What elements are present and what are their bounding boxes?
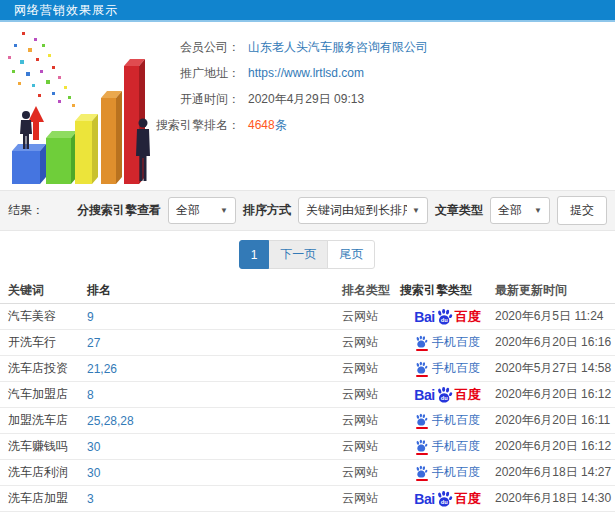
updated-cell: 2020年6月20日 16:12 <box>495 386 615 403</box>
search-engine-cell: Bai du 百度 <box>400 412 495 429</box>
rank-cell[interactable]: 30 <box>87 466 342 480</box>
engine-filter-select[interactable]: 全部 ▼ <box>168 197 236 224</box>
submit-button[interactable]: 提交 <box>557 196 607 225</box>
table-row: 洗车赚钱吗 30 云网站 Bai du 百度 <box>0 434 615 460</box>
mobile-baidu-paw-icon <box>415 361 428 377</box>
rank-cell[interactable]: 21,26 <box>87 362 342 376</box>
last-page-button[interactable]: 尾页 <box>327 240 375 269</box>
baidu-paw-icon: du <box>436 386 453 403</box>
sort-select[interactable]: 关键词由短到长排序 ▼ <box>298 197 428 224</box>
table-header-row: 关键词 排名 排名类型 搜索引擎类型 最新更新时间 <box>0 278 615 304</box>
search-engine-cell: Bai du 百度 <box>400 360 495 377</box>
table-row: 加盟洗车店 25,28,28 云网站 Bai du 百度 <box>0 408 615 434</box>
results-table: 关键词 排名 排名类型 搜索引擎类型 最新更新时间 汽车美容 9 云网站 Bai… <box>0 278 615 512</box>
engine-filter-label: 分搜索引擎查看 <box>77 202 161 219</box>
keyword-cell: 洗车店投资 <box>0 360 87 377</box>
page-button-1[interactable]: 1 <box>239 240 270 269</box>
article-type-label: 文章类型 <box>435 202 483 219</box>
keyword-cell: 开洗车行 <box>0 334 87 351</box>
open-time-value: 2020年4月29日 09:13 <box>248 91 364 108</box>
table-row: 开洗车行 27 云网站 Bai du 百度 <box>0 330 615 356</box>
filter-group: 分搜索引擎查看 全部 ▼ 排序方式 关键词由短到长排序 ▼ 文章类型 全部 ▼ … <box>77 196 607 225</box>
rank-type-cell: 云网站 <box>342 464 400 481</box>
rank-cell[interactable]: 8 <box>87 388 342 402</box>
keyword-cell: 汽车美容 <box>0 308 87 325</box>
page-title: 网络营销效果展示 <box>14 2 118 19</box>
pagination: 1 下一页 尾页 <box>240 240 376 269</box>
mobile-baidu-underline <box>416 479 428 481</box>
rank-cell[interactable]: 27 <box>87 336 342 350</box>
header-rank: 排名 <box>87 282 342 299</box>
updated-cell: 2020年6月20日 16:11 <box>495 412 615 429</box>
result-label: 结果： <box>8 202 44 219</box>
businessman-left <box>20 111 32 149</box>
mobile-baidu-underline <box>416 427 428 429</box>
mobile-baidu-paw-icon <box>415 465 428 481</box>
table-row: 洗车店投资 21,26 云网站 Bai du 百度 <box>0 356 615 382</box>
rank-cell[interactable]: 3 <box>87 492 342 506</box>
rank-cell[interactable]: 9 <box>87 310 342 324</box>
baidu-bai-text: Bai <box>414 491 434 507</box>
mobile-baidu-text: 手机百度 <box>432 360 480 377</box>
chevron-down-icon: ▼ <box>534 206 542 215</box>
keyword-cell: 洗车店加盟 <box>0 490 87 507</box>
chevron-down-icon: ▼ <box>412 206 420 215</box>
mobile-baidu-paw-icon <box>415 439 428 455</box>
baidu-cn-text: 百度 <box>455 308 481 326</box>
baidu-paw-icon: du <box>436 490 453 507</box>
rank-type-cell: 云网站 <box>342 308 400 325</box>
header-engine-type: 搜索引擎类型 <box>400 282 495 299</box>
header-rank-type: 排名类型 <box>342 282 400 299</box>
promo-url-link[interactable]: https://www.lrtlsd.com <box>248 66 364 80</box>
mobile-baidu-logo: 手机百度 <box>415 334 480 351</box>
updated-cell: 2020年6月5日 11:24 <box>495 308 615 325</box>
svg-text:du: du <box>440 499 448 505</box>
bar-chart-illustration <box>0 26 170 188</box>
updated-cell: 2020年6月18日 14:30 <box>495 490 615 507</box>
baidu-logo: Bai du 百度 <box>414 386 480 404</box>
mobile-baidu-text: 手机百度 <box>432 412 480 429</box>
rank-cell[interactable]: 30 <box>87 440 342 454</box>
mobile-baidu-text: 手机百度 <box>432 438 480 455</box>
mobile-baidu-underline <box>416 375 428 377</box>
header-keyword: 关键词 <box>0 282 87 299</box>
rank-type-cell: 云网站 <box>342 386 400 403</box>
rank-type-cell: 云网站 <box>342 334 400 351</box>
search-engine-cell: Bai du 百度 <box>400 308 495 326</box>
mobile-baidu-paw-icon <box>415 335 428 351</box>
engine-rank-unit: 条 <box>275 117 287 134</box>
keyword-cell: 洗车赚钱吗 <box>0 438 87 455</box>
table-row: 汽车加盟店 8 云网站 Bai du 百度 <box>0 382 615 408</box>
table-body: 汽车美容 9 云网站 Bai du 百度 <box>0 304 615 512</box>
table-row: 汽车美容 9 云网站 Bai du 百度 <box>0 304 615 330</box>
table-row: 洗车店加盟 3 云网站 Bai du 百度 <box>0 486 615 512</box>
svg-text:du: du <box>440 317 448 323</box>
table-row: 洗车店利润 30 云网站 Bai du 百度 <box>0 460 615 486</box>
keyword-cell: 汽车加盟店 <box>0 386 87 403</box>
next-page-button[interactable]: 下一页 <box>268 240 328 269</box>
search-engine-cell: Bai du 百度 <box>400 490 495 508</box>
rank-type-cell: 云网站 <box>342 490 400 507</box>
article-type-select[interactable]: 全部 ▼ <box>490 197 550 224</box>
sort-value: 关键词由短到长排序 <box>306 202 407 219</box>
header-updated: 最新更新时间 <box>495 282 615 299</box>
chevron-down-icon: ▼ <box>220 206 228 215</box>
updated-cell: 2020年6月18日 14:27 <box>495 464 615 481</box>
member-company-value[interactable]: 山东老人头汽车服务咨询有限公司 <box>248 39 428 56</box>
rank-cell[interactable]: 25,28,28 <box>87 414 342 428</box>
mobile-baidu-logo: 手机百度 <box>415 360 480 377</box>
rank-type-cell: 云网站 <box>342 360 400 377</box>
engine-filter-value: 全部 <box>176 202 200 219</box>
baidu-cn-text: 百度 <box>455 490 481 508</box>
mobile-baidu-logo: 手机百度 <box>415 412 480 429</box>
sort-label: 排序方式 <box>243 202 291 219</box>
baidu-paw-icon: du <box>436 308 453 325</box>
baidu-cn-text: 百度 <box>455 386 481 404</box>
search-engine-cell: Bai du 百度 <box>400 386 495 404</box>
engine-rank-count: 4648 <box>248 118 275 132</box>
baidu-logo: Bai du 百度 <box>414 490 480 508</box>
baidu-logo: Bai du 百度 <box>414 308 480 326</box>
filter-bar: 结果： 分搜索引擎查看 全部 ▼ 排序方式 关键词由短到长排序 ▼ 文章类型 全… <box>0 190 615 231</box>
mobile-baidu-underline <box>416 453 428 455</box>
baidu-bai-text: Bai <box>414 309 434 325</box>
